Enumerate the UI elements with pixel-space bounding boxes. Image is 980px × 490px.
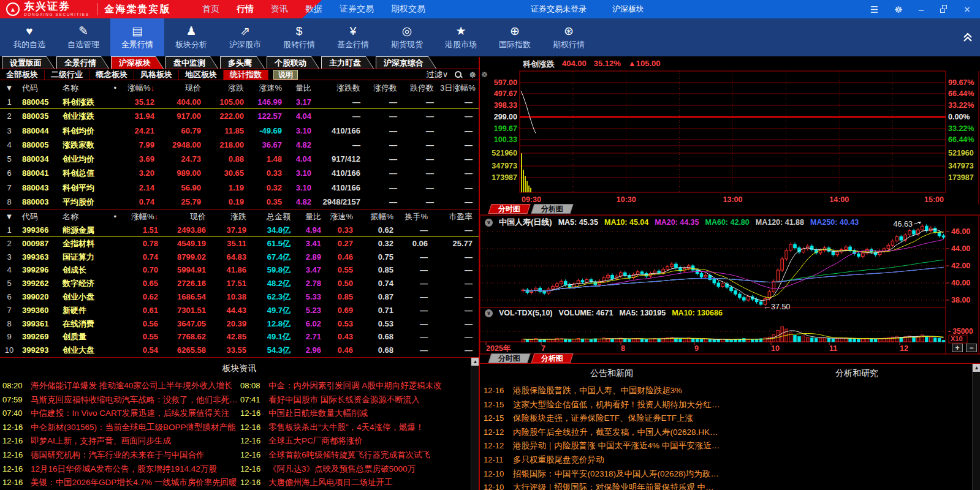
table-row[interactable]: 3880044科创均价24.2160.7911.85-49.693.10410/… [0,124,479,138]
table-row[interactable]: 10399293创业大盘0.546265.5833.5554.3亿2.960.4… [0,344,479,357]
toolbar-item-期权行情[interactable]: ⊛期权行情 [542,18,596,56]
menu-item-证券交易[interactable]: 证券交易 [340,4,374,15]
help-button[interactable]: 说明 [273,70,298,80]
column-header-跌停数[interactable]: 跌停数 [403,81,440,95]
tab-announcements[interactable]: 公告和新闻 [480,368,743,379]
chart-tab-分析图[interactable]: 分析图 [531,204,573,214]
filter-arrow-icon[interactable]: ▼ [0,209,18,224]
news-item[interactable]: 12-15这家大型险企估值低，机构看好！投资人期待加大分红… [484,398,968,412]
filter-tab-风格板块[interactable]: 风格板块 [134,70,179,80]
indicator-dropdown-icon[interactable]: ∨ [485,219,493,227]
tab-沪深京综合[interactable]: 沪深京综合 [376,56,436,69]
tab-个股联动[interactable]: 个股联动 [267,56,319,69]
toolbar-item-股转行情[interactable]: $股转行情 [272,18,326,56]
toolbar-item-国际指数[interactable]: ⊕国际指数 [488,18,542,56]
toolbar-item-基金行情[interactable]: ¥基金行情 [326,18,380,56]
news-item[interactable]: 12-16美银：中国2026年GDP增长4.7% 一线城市房价率先回暖 [2,475,237,489]
news-item[interactable]: 12-16德国研究机构：汽车行业的未来在于与中国合作 [2,448,237,462]
table-row[interactable]: 5399262数字经济0.652726.1617.5148.2亿2.780.50… [0,277,479,290]
news-item[interactable]: 08:20海外储能订单爆发 推动逾40家公司上半年境外收入增长 [2,379,237,393]
column-header-量比[interactable]: 量比 [297,209,327,224]
news-item[interactable]: 12-12港股异动｜内险股普涨 中国太平涨近4% 中国平安涨近… [484,439,968,453]
chart-tab-分时图[interactable]: 分时图 [488,204,530,214]
filter-tab-地区板块[interactable]: 地区板块 [179,70,224,80]
column-header-涨跌[interactable]: 涨跌 [207,81,250,95]
column-header-代码[interactable]: 代码 [18,81,59,95]
news-item[interactable]: 12-16中仑新材(301565)：当前全球电工级BOPP薄型膜材产能… [2,420,237,434]
minimize-icon[interactable]: – [919,5,924,14]
scrollbar[interactable]: ▲ [972,364,980,490]
news-item[interactable]: 12-1612月16日华侨城A发布公告，股东增持1914.42万股 [2,462,237,476]
news-item[interactable]: 12-16大唐儋州海上风电项目二场址开工 [240,475,469,489]
news-item[interactable]: 12-12内险股午后全线拉升，截至发稿，中国人寿(02628.HK… [484,425,968,439]
filter-tab-概念板块[interactable]: 概念板块 [89,70,134,80]
table-row[interactable]: 8880003平均股价0.7425.790.190.354.822948/215… [0,195,479,209]
filter-tab-全部板块[interactable]: 全部板块 [0,70,45,80]
table-row[interactable]: 1880045科创涨跌35.12404.00105.00146.993.17——… [0,95,479,109]
gear-icon[interactable]: ☸ [469,71,476,79]
table-row[interactable]: 4399296创成长0.705994.9141.8659.8亿3.470.550… [0,263,479,277]
menu-item-资讯[interactable]: 资讯 [271,4,288,15]
column-header-涨速%[interactable]: 涨速% [250,81,288,95]
news-item[interactable]: 07:40中信建投：In Vivo CART发展迅速，后续发展值得关注 [2,406,237,420]
chart-tab-分析图[interactable]: 分析图 [531,353,573,363]
scroll-up-icon[interactable]: ▲ [973,364,980,372]
table-row[interactable]: 6399020创业小盘0.621686.5410.3862.3亿5.330.85… [0,290,479,304]
toolbar-item-板块分析[interactable]: ♟板块分析 [164,18,218,56]
table-row[interactable]: 5880034创业均价3.6924.730.881.484.04917/412—… [0,152,479,166]
column-header-现价[interactable]: 现价 [164,209,212,224]
indicator-dropdown-icon[interactable]: ∨ [485,309,493,317]
tab-主力盯盘[interactable]: 主力盯盘 [321,56,374,69]
column-header-涨跌数[interactable]: 涨跌数 [317,81,367,95]
table-row[interactable]: 1399366能源金属1.512493.8637.1934.8亿4.940.33… [0,224,479,237]
toolbar-item-全景行情[interactable]: ▤全景行情 [110,18,164,56]
column-header-涨速%[interactable]: 涨速% [327,209,359,224]
filter-tab-二级行业[interactable]: 二级行业 [45,70,89,80]
column-header-涨幅%[interactable]: 涨幅%↓ [120,81,161,95]
restore-window-icon[interactable] [940,5,948,13]
tab-多头鹰[interactable]: 多头鹰 [220,56,265,69]
menu-item-首页[interactable]: 首页 [202,4,219,15]
tab-盘中监测[interactable]: 盘中监测 [165,56,218,69]
news-item[interactable]: 08:08中金：内外因素引发回调 A股中期向好逻辑未改 [240,379,469,393]
news-item[interactable]: 12-16中国赴日航班数量大幅削减 [240,406,469,420]
table-row[interactable]: 2880035创业涨跌31.94917.00222.00122.574.04——… [0,109,479,123]
search-icon[interactable] [454,70,463,79]
column-header-总金额[interactable]: 总金额 [253,209,297,224]
news-item[interactable]: 12-16零售板块杀出“大牛股”，4天4涨停，燃爆！ [240,420,469,434]
filter-tab-统计指数[interactable]: 统计指数 [224,70,268,80]
news-item[interactable]: 12-10大行评级｜招银国际：对保险业明年前景保持乐观 中… [484,480,968,490]
chart-tab-分时图[interactable]: 分时图 [488,353,530,363]
kline-chart[interactable]: 46.0044.0042.0040.0038.00- 35000X102025年… [480,216,980,363]
table-row[interactable]: 3399363国证算力0.748799.0264.8367.4亿2.890.46… [0,251,479,264]
column-header-市盈率[interactable]: 市盈率 [434,209,479,224]
column-header-振幅%[interactable]: 振幅% [359,209,400,224]
news-item[interactable]: 07:59马斯克回应福特收缩电动汽车战略：没救了，他们非死… [2,393,237,407]
column-header-换手%[interactable]: 换手% [400,209,434,224]
news-item[interactable]: 12-15保险板块走强，证券保险ETF、保险证券ETF上涨 [484,411,968,425]
menu-item-行情[interactable]: 行情 [237,4,254,15]
news-item[interactable]: 12-16《阿凡达3》点映及预售总票房破5000万 [240,462,469,476]
table-row[interactable]: 6880041科创总值3.20989.0030.650.333.10410/16… [0,166,479,180]
table-row[interactable]: 2000987全指材料0.784549.1935.1161.5亿3.410.27… [0,237,479,251]
table-row[interactable]: 7880043科创平均2.1456.901.190.323.10410/166—… [0,181,479,195]
table-row[interactable]: 9399269创质量0.557768.6242.8549.1亿2.710.430… [0,330,479,344]
tab-设置版面[interactable]: 设置版面 [2,56,55,69]
column-header-涨幅%[interactable]: 涨幅%↓ [120,209,164,224]
tab-沪深板块[interactable]: 沪深板块 [111,56,164,69]
column-header-名称[interactable]: 名称• [59,209,120,224]
scroll-up-icon[interactable]: ▲ [471,358,479,366]
table-row[interactable]: 8399361在线消费0.563647.0520.3912.8亿6.020.53… [0,317,479,331]
filter-dropdown[interactable]: 过滤∨ [427,69,449,80]
menu-item-数据[interactable]: 数据 [305,4,322,15]
column-header-3日涨幅%[interactable]: 3日涨幅% [440,81,479,95]
tab-全景行情[interactable]: 全景行情 [56,56,109,69]
toolbar-item-自选管理[interactable]: ✎自选管理 [56,18,110,56]
news-item[interactable]: 12-16全球五大PC厂商都将涨价 [240,434,469,448]
zoom-in-button[interactable]: + [952,344,963,352]
column-header-涨停数[interactable]: 涨停数 [367,81,403,95]
scrollbar[interactable]: ▲ [471,358,479,490]
close-icon[interactable]: × [964,4,970,15]
toolbar-item-期货现货[interactable]: ◎期货现货 [380,18,434,56]
chart-gear-icon[interactable]: ☸ [481,70,488,79]
